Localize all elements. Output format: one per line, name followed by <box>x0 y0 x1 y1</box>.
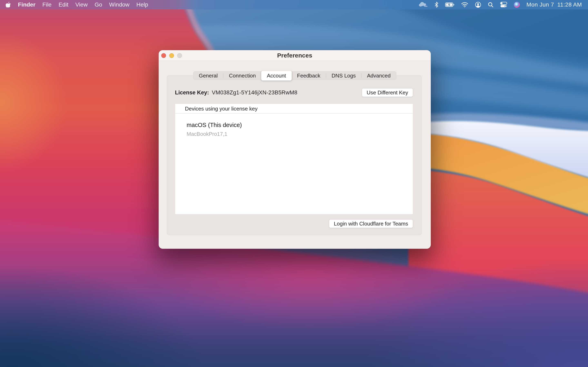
menu-go[interactable]: Go <box>95 1 102 8</box>
tab-account[interactable]: Account <box>261 71 292 81</box>
user-account-icon[interactable] <box>475 0 481 9</box>
wifi-icon[interactable] <box>461 0 468 9</box>
clock-time: 11:28 AM <box>557 1 582 8</box>
device-name: macOS (This device) <box>187 122 413 128</box>
use-different-key-button[interactable]: Use Different Key <box>362 88 413 97</box>
menu-file[interactable]: File <box>43 1 52 8</box>
cloudflare-icon[interactable] <box>419 0 428 9</box>
devices-panel: Devices using your license key macOS (Th… <box>175 104 413 214</box>
apple-menu-icon[interactable] <box>6 0 11 9</box>
device-model: MacBookPro17,1 <box>187 131 413 137</box>
tab-bar: General Connection Account Feedback DNS … <box>193 71 396 80</box>
menu-app-name[interactable]: Finder <box>18 1 35 8</box>
tab-dns-logs[interactable]: DNS Logs <box>326 71 361 80</box>
clock-date: Mon Jun 7 <box>527 1 554 8</box>
siri-icon[interactable] <box>514 0 520 9</box>
license-key-value: VM038Zg1-5Y146jXN-23B5RwM8 <box>212 90 297 96</box>
spotlight-search-icon[interactable] <box>488 0 494 9</box>
license-key-row: License Key: VM038Zg1-5Y146jXN-23B5RwM8 … <box>175 88 413 97</box>
zoom-button-disabled <box>177 53 182 58</box>
menu-edit[interactable]: Edit <box>59 1 68 8</box>
tab-feedback[interactable]: Feedback <box>292 71 326 80</box>
devices-panel-header: Devices using your license key <box>175 104 413 114</box>
menu-view[interactable]: View <box>75 1 87 8</box>
device-list-item: macOS (This device) MacBookPro17,1 <box>175 114 413 137</box>
preferences-window: Preferences General Connection Account F… <box>159 50 431 249</box>
close-button[interactable] <box>161 53 166 58</box>
tab-connection[interactable]: Connection <box>223 71 261 80</box>
login-cloudflare-teams-button[interactable]: Login with Cloudflare for Teams <box>329 219 413 228</box>
control-center-icon[interactable] <box>500 0 507 9</box>
menu-bar: Finder File Edit View Go Window Help <box>0 0 588 9</box>
tab-general[interactable]: General <box>193 71 223 80</box>
menu-window[interactable]: Window <box>109 1 130 8</box>
battery-charging-icon[interactable] <box>445 0 454 9</box>
bluetooth-icon[interactable] <box>434 0 439 9</box>
window-title: Preferences <box>159 52 431 59</box>
tab-advanced[interactable]: Advanced <box>362 71 396 80</box>
menu-bar-clock[interactable]: Mon Jun 7 11:28 AM <box>527 1 582 8</box>
window-titlebar: Preferences <box>159 50 431 61</box>
license-key-label: License Key: <box>175 90 209 96</box>
teams-login-row: Login with Cloudflare for Teams <box>329 219 413 228</box>
traffic-lights <box>161 50 182 61</box>
menu-help[interactable]: Help <box>136 1 148 8</box>
minimize-button[interactable] <box>169 53 174 58</box>
